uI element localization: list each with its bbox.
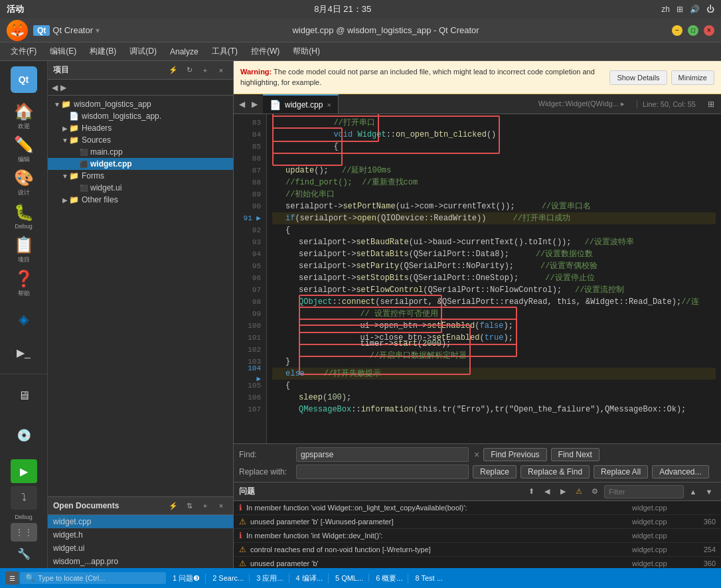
menu-debug[interactable]: 调试(D) [124,44,162,58]
problems-list: ℹ In member function 'void Widget::on_li… [234,501,721,568]
editor-tab-widget-cpp[interactable]: 📄 widget.cpp × [263,94,339,114]
menu-analyze[interactable]: Analyze [165,46,204,58]
activities-label[interactable]: 活动 [7,3,24,15]
statusbar-search-input[interactable] [38,574,144,582]
problems-filter-input[interactable] [604,485,684,498]
problems-up-icon[interactable]: ▲ [686,485,700,498]
maximize-button[interactable]: □ [688,25,698,36]
advanced-button[interactable]: Advanced... [652,465,708,478]
app-icon-screen[interactable]: 🖥 [5,377,42,414]
dvd-icon: 💿 [17,428,31,443]
minimize-button-warning[interactable]: Minimize [671,70,714,85]
tab-close-icon[interactable]: × [327,101,331,109]
settings-button[interactable]: 🔧 [11,544,37,563]
problem-item-3[interactable]: ⚠ control reaches end of non-void functi… [234,543,721,557]
tree-other-files[interactable]: ▶ 📁 Other files [48,194,233,206]
open-docs-add-icon[interactable]: + [199,499,212,512]
app-icon-edit[interactable]: ✏️ 编辑 [5,134,42,165]
doc-item-widget-h[interactable]: widget.h [48,528,233,542]
step-button[interactable]: ⤵ [11,486,37,510]
grid-icon: ⋮⋮ [15,527,33,538]
statusbar-search[interactable]: 🔍 [20,572,166,584]
tree-root[interactable]: ▼ 📁 wisdom_logistics_app [48,98,233,110]
show-details-button[interactable]: Show Details [609,70,667,85]
close-button[interactable]: × [704,25,714,36]
problems-next-icon[interactable]: ▶ [556,485,570,498]
code-content[interactable]: //打开串口 void Widget::on_open_btn_clicked(… [267,114,721,443]
panel-filter-icon[interactable]: ⚡ [167,64,180,77]
nav-forward-icon[interactable]: ▶ [60,83,66,92]
doc-item-widget-ui[interactable]: widget.ui [48,542,233,555]
find-previous-button[interactable]: Find Previous [483,448,546,461]
statusbar-menu-icon[interactable]: ☰ [5,571,19,585]
problems-warn-icon[interactable]: ⚠ [572,485,586,498]
problem-item-4[interactable]: ⚠ unused parameter 'b' widget.cpp 360 [234,557,721,568]
nav-back-icon[interactable]: ◀ [52,83,58,92]
tab-nav-next[interactable]: ▶ [249,98,260,110]
open-docs-filter-icon[interactable]: ⚡ [167,499,180,512]
menu-control[interactable]: 控件(W) [246,44,285,58]
find-clear-icon[interactable]: × [474,449,479,460]
code-editor[interactable]: 83 84 85 86 87 88 89 90 91 ▶ 92 93 94 95… [234,114,721,443]
open-docs-close-icon[interactable]: × [214,499,228,512]
app-icon-design[interactable]: 🎨 设计 [5,168,42,198]
tree-sources[interactable]: ▼ 📁 Sources [48,134,233,146]
statusbar-tab-search[interactable]: 2 Searc... [207,574,250,582]
statusbar-tab-problems[interactable]: 1 问题❸ [167,573,206,583]
problem-item-2[interactable]: ℹ In member function 'int Widget::dev_In… [234,529,721,543]
search-tab-label: 2 Searc... [212,574,244,582]
menu-help[interactable]: 帮助(H) [287,44,325,58]
replace-all-button[interactable]: Replace All [594,465,648,478]
tab-nav-prev[interactable]: ◀ [236,98,248,110]
tree-widget-cpp[interactable]: ⬛ widget.cpp [48,158,233,170]
app-icon-debug[interactable]: 🐛 Debug [5,201,42,232]
app-icon-help[interactable]: ❓ 帮助 [5,268,42,299]
line-col-text: Line: 50, Col: 55 [643,100,696,108]
tree-arrow-forms: ▼ [61,173,69,180]
problem-item-0[interactable]: ℹ In member function 'void Widget::on_li… [234,501,721,515]
problem-file-2: widget.cpp [632,532,685,540]
tree-forms[interactable]: ▼ 📁 Forms [48,170,233,182]
problems-prev-icon[interactable]: ◀ [540,485,554,498]
problems-filter-icon[interactable]: ⬆ [524,485,538,498]
split-editor-button[interactable]: ⊞ [701,100,721,109]
statusbar-tab-test[interactable]: 8 Test ... [410,574,447,582]
run-button[interactable]: ▶ [11,459,37,483]
minimize-button[interactable]: − [672,25,682,36]
problem-item-1[interactable]: ⚠ unused parameter 'b' [-Wunused-paramet… [234,515,721,529]
tree-widget-ui[interactable]: ⬛ widget.ui [48,182,233,194]
problems-settings-icon[interactable]: ⚙ [588,485,601,498]
panel-close-icon[interactable]: × [214,64,228,77]
grid-button[interactable]: ⋮⋮ [11,523,37,542]
tree-headers[interactable]: ▶ 📁 Headers [48,122,233,134]
menu-file[interactable]: 文件(F) [5,44,42,58]
replace-and-find-button[interactable]: Replace & Find [521,465,590,478]
tree-arrow-sources: ▼ [61,137,69,144]
tree-root-sub[interactable]: 📄 wisdom_logistics_app. [48,110,233,122]
doc-item-pro[interactable]: wisdom_...app.pro [48,555,233,568]
open-docs-sort-icon[interactable]: ⇅ [183,499,196,512]
app-icon-dvd[interactable]: 💿 [5,417,42,454]
panel-sync-icon[interactable]: ↻ [183,64,196,77]
replace-input[interactable] [296,465,469,479]
menu-tools[interactable]: 工具(T) [206,44,243,58]
menu-edit[interactable]: 编辑(E) [44,44,82,58]
tree-main-cpp[interactable]: ⬛ main.cpp [48,146,233,158]
find-next-button[interactable]: Find Next [551,448,600,461]
statusbar-tab-apply[interactable]: 3 应用... [251,573,289,583]
find-input[interactable] [296,447,469,462]
problems-down-icon[interactable]: ▼ [702,485,716,498]
replace-button[interactable]: Replace [473,465,517,478]
statusbar-tab-qml[interactable]: 5 QML... [330,574,369,582]
panel-add-icon[interactable]: + [199,64,212,77]
menu-build[interactable]: 构建(B) [84,44,121,58]
doc-item-widget-cpp[interactable]: widget.cpp [48,515,233,528]
statusbar-tab-overview[interactable]: 6 概要... [370,573,408,583]
lang-label[interactable]: zh [661,5,670,14]
statusbar-tab-compile[interactable]: 4 编译... [291,573,329,583]
app-icon-terminal[interactable]: ▶_ [5,338,42,368]
tree-ui-label: widget.ui [90,183,121,192]
app-icon-welcome[interactable]: 🏠 欢迎 [5,101,42,131]
app-icon-project[interactable]: 📋 项目 [5,235,42,265]
app-icon-vscode[interactable]: ◈ [5,304,42,334]
